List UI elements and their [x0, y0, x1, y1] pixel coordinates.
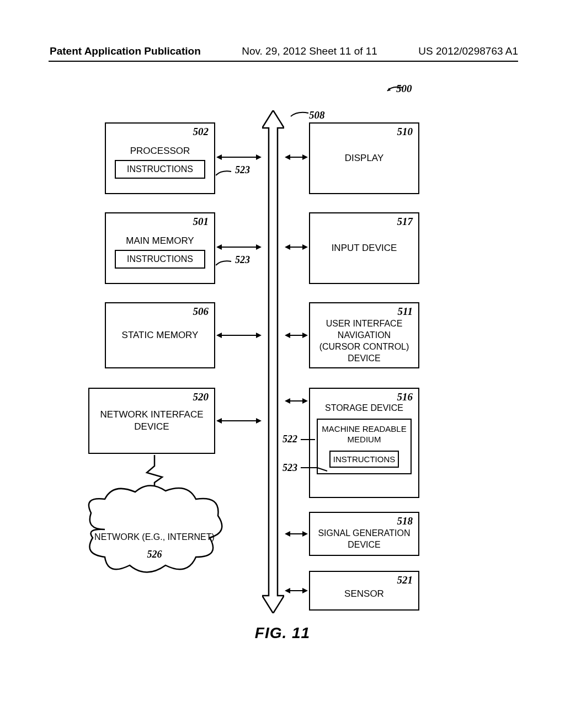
- svg-marker-18: [285, 244, 290, 250]
- main-memory-ref: 501: [193, 216, 209, 228]
- svg-marker-28: [302, 531, 308, 537]
- svg-marker-0: [262, 110, 284, 613]
- conn-bus-sensor: [285, 587, 308, 595]
- svg-marker-27: [285, 531, 290, 537]
- svg-marker-4: [256, 154, 262, 160]
- main-memory-block: 501 MAIN MEMORY INSTRUCTIONS: [105, 212, 215, 284]
- sig-ref: 518: [397, 515, 413, 527]
- processor-ref: 502: [193, 126, 209, 138]
- cursor-control-block: 511 USER INTERFACE NAVIGATION (CURSOR CO…: [309, 302, 419, 368]
- input-title: INPUT DEVICE: [332, 243, 397, 254]
- header-publication: Patent Application Publication: [50, 45, 201, 57]
- display-title: DISPLAY: [345, 153, 384, 164]
- page-header: Patent Application Publication Nov. 29, …: [0, 45, 565, 57]
- static-memory-title: STATIC MEMORY: [122, 330, 199, 341]
- display-ref: 510: [397, 126, 413, 138]
- svg-marker-12: [216, 418, 222, 424]
- mrm-ref: 522: [282, 433, 297, 445]
- input-ref: 517: [397, 216, 413, 228]
- sensor-title: SENSOR: [344, 588, 384, 599]
- svg-marker-10: [256, 333, 262, 338]
- conn-bus-input: [285, 243, 308, 251]
- mrm-leader: [301, 436, 315, 443]
- conn-bus-sig: [285, 530, 308, 538]
- svg-marker-21: [285, 333, 290, 338]
- svg-marker-22: [302, 333, 308, 338]
- figure-ref-500: 500: [396, 83, 412, 95]
- svg-marker-15: [285, 154, 290, 160]
- svg-marker-3: [216, 154, 222, 160]
- conn-bus-disp: [285, 153, 308, 161]
- header-rule: [49, 61, 518, 62]
- svg-marker-9: [216, 333, 222, 338]
- header-sheet-date: Nov. 29, 2012 Sheet 11 of 11: [242, 45, 377, 57]
- svg-marker-30: [285, 588, 290, 593]
- nid-ref: 520: [193, 391, 209, 403]
- processor-instructions-box: INSTRUCTIONS: [115, 160, 206, 179]
- machine-readable-medium-box: MACHINE READABLE MEDIUM INSTRUCTIONS: [317, 419, 412, 474]
- proc-sub-ref: 523: [235, 164, 250, 176]
- main-memory-title: MAIN MEMORY: [126, 235, 194, 247]
- static-memory-ref: 506: [193, 306, 209, 318]
- input-device-block: 517 INPUT DEVICE: [309, 212, 419, 284]
- nid-title: NETWORK INTERFACE DEVICE: [89, 409, 214, 433]
- sensor-ref: 521: [397, 574, 413, 586]
- network-label: NETWORK (E.G., INTERNET): [83, 532, 226, 542]
- sensor-block: 521 SENSOR: [309, 571, 419, 611]
- cursor-ref: 511: [398, 306, 413, 318]
- storage-instr-leader: [301, 463, 328, 472]
- display-block: 510 DISPLAY: [309, 122, 419, 194]
- network-ref: 526: [83, 549, 226, 560]
- conn-nid-bus: [216, 417, 262, 425]
- svg-marker-24: [285, 398, 290, 404]
- signal-gen-block: 518 SIGNAL GENERATION DEVICE: [309, 512, 419, 556]
- processor-block: 502 PROCESSOR INSTRUCTIONS: [105, 122, 215, 194]
- svg-marker-31: [302, 588, 308, 593]
- network-interface-block: 520 NETWORK INTERFACE DEVICE: [88, 388, 215, 454]
- processor-instructions-label: INSTRUCTIONS: [127, 164, 193, 174]
- header-pub-number: US 2012/0298763 A1: [418, 45, 518, 57]
- processor-title: PROCESSOR: [130, 146, 190, 157]
- svg-marker-7: [256, 244, 262, 250]
- storage-title: STORAGE DEVICE: [325, 403, 403, 413]
- conn-main-bus: [216, 243, 262, 251]
- conn-proc-bus: [216, 153, 262, 161]
- svg-marker-16: [302, 154, 308, 160]
- storage-instr-ref: 523: [282, 462, 297, 474]
- figure-caption: FIG. 11: [0, 624, 565, 642]
- storage-instructions-label: INSTRUCTIONS: [333, 454, 396, 464]
- storage-instructions-box: INSTRUCTIONS: [329, 451, 398, 468]
- conn-bus-storage: [285, 397, 308, 405]
- conn-static-bus: [216, 331, 262, 339]
- network-cloud: NETWORK (E.G., INTERNET) 526: [83, 480, 226, 579]
- bus-ref-508: 508: [309, 109, 325, 121]
- svg-marker-19: [302, 244, 308, 250]
- patent-figure-page: Patent Application Publication Nov. 29, …: [0, 0, 565, 728]
- svg-marker-6: [216, 244, 222, 250]
- main-memory-instructions-box: INSTRUCTIONS: [115, 250, 206, 269]
- main-memory-instructions-label: INSTRUCTIONS: [127, 254, 193, 264]
- mrm-title: MACHINE READABLE MEDIUM: [320, 424, 408, 445]
- bus-arrow: [262, 110, 284, 613]
- proc-sub-leader: [216, 169, 232, 176]
- storage-ref: 516: [397, 391, 413, 403]
- static-memory-block: 506 STATIC MEMORY: [105, 302, 215, 368]
- main-sub-leader: [216, 259, 232, 266]
- svg-marker-13: [256, 418, 262, 424]
- bus-ref-leader: [290, 111, 310, 117]
- storage-device-block: 516 STORAGE DEVICE MACHINE READABLE MEDI…: [309, 388, 419, 498]
- svg-marker-25: [302, 398, 308, 404]
- main-sub-ref: 523: [235, 254, 250, 266]
- conn-bus-cursor: [285, 331, 308, 339]
